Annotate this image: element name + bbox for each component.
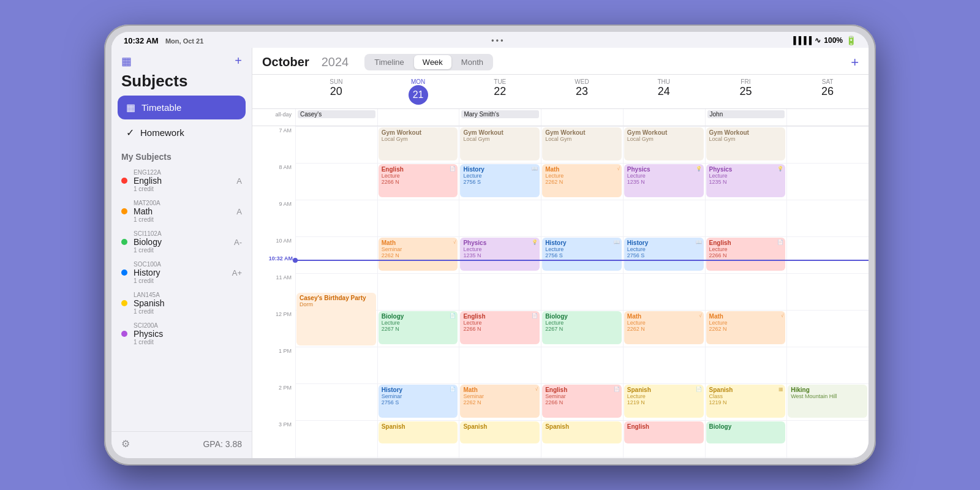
- spanish-name: Spanish: [134, 298, 242, 308]
- subject-item-physics[interactable]: SCI200A Physics 1 credit: [111, 318, 252, 349]
- event-block[interactable]: Gym WorkoutLocal Gym: [379, 127, 458, 160]
- event-block[interactable]: Casey's Birthday PartyDorm: [296, 293, 376, 345]
- english-name: English: [134, 176, 236, 186]
- event-block[interactable]: HistoryLecture2756 S📖: [624, 238, 704, 271]
- view-week-button[interactable]: Week: [414, 55, 451, 69]
- time-cell-2-7: [786, 200, 869, 236]
- subject-item-biology[interactable]: SCI1102A Biology 1 credit A-: [111, 227, 252, 257]
- time-cell-5-7: [786, 310, 869, 347]
- event-block[interactable]: MathLecture2262 N√: [706, 311, 786, 344]
- time-label-4: 11 AM: [252, 273, 295, 310]
- event-block[interactable]: Gym WorkoutLocal Gym: [706, 127, 786, 160]
- event-block[interactable]: MathSeminar2262 N√: [379, 238, 458, 271]
- subject-item-english[interactable]: ENG122A English 1 credit A: [111, 165, 252, 196]
- time-cell-0-7: [786, 126, 869, 163]
- event-block[interactable]: HistoryLecture2756 S📖: [460, 164, 540, 197]
- time-cell-2-5: [623, 200, 705, 236]
- top-dots: • • •: [491, 36, 503, 45]
- time-cell-3-1: [295, 236, 377, 273]
- subject-item-math[interactable]: MAT200A Math 1 credit A: [111, 196, 252, 227]
- allday-sun: Casey's: [295, 109, 377, 126]
- time-cell-6-5: [623, 347, 705, 383]
- time-cell-9-3: [459, 457, 541, 458]
- allday-label: all-day: [252, 109, 295, 126]
- time-cell-6-3: [459, 347, 541, 383]
- today-number: 21: [409, 85, 428, 105]
- event-block[interactable]: English: [624, 421, 704, 443]
- settings-icon[interactable]: ⚙: [121, 438, 130, 450]
- math-grade: A: [236, 207, 242, 216]
- calendar-area: October 2024 Timeline Week Month + SUN 2…: [252, 48, 869, 458]
- status-date: Mon, Oct 21: [165, 37, 203, 45]
- allday-mon: [377, 109, 459, 126]
- allday-row: all-day Casey's Mary Smith's John: [252, 109, 869, 126]
- biology-name: Biology: [134, 237, 234, 247]
- sidebar: ▦ + Subjects ▦ Timetable ✓ Homework My S…: [111, 48, 252, 458]
- time-cell-6-6: [705, 347, 787, 383]
- allday-tue: Mary Smith's: [459, 109, 541, 126]
- event-block[interactable]: HistoryLecture2756 S📖: [542, 238, 622, 271]
- history-code: SOC100A: [134, 261, 232, 268]
- status-right: ▐▐▐▐ ∿ 100% 🔋: [791, 36, 856, 45]
- sidebar-item-homework[interactable]: ✓ Homework: [118, 121, 246, 145]
- calendar-grid[interactable]: 7 AM8 AM9 AM10 AM11 AM12 PM1 PM2 PM3 PMG…: [252, 126, 869, 458]
- signal-icon: ▐▐▐▐: [791, 36, 812, 45]
- marysmith-event[interactable]: Mary Smith's: [461, 110, 539, 118]
- event-block[interactable]: SpanishLecture1219 N📄: [624, 385, 704, 418]
- allday-thu: [623, 109, 705, 126]
- time-cell-4-2: [377, 273, 459, 310]
- view-month-button[interactable]: Month: [453, 55, 492, 69]
- sidebar-toggle-icon[interactable]: ▦: [121, 55, 132, 68]
- event-block[interactable]: HistorySeminar2756 S📄: [379, 385, 458, 418]
- event-block[interactable]: PhysicsLecture1235 N💡: [624, 164, 704, 197]
- event-block[interactable]: MathSeminar2262 N√: [460, 385, 540, 418]
- timetable-label: Timetable: [141, 102, 181, 113]
- physics-code: SCI200A: [134, 322, 242, 329]
- english-credit: 1 credit: [134, 186, 236, 192]
- subject-item-history[interactable]: SOC100A History 1 credit A+: [111, 257, 252, 288]
- event-block[interactable]: SpanishClass1219 N▦: [706, 385, 786, 418]
- event-block[interactable]: PhysicsLecture1235 N💡: [460, 238, 540, 271]
- event-block[interactable]: MathLecture2262 N√: [624, 311, 704, 344]
- event-block[interactable]: Gym WorkoutLocal Gym: [624, 127, 704, 160]
- cal-add-button[interactable]: +: [851, 55, 859, 70]
- event-block[interactable]: EnglishLecture2266 N📄: [706, 238, 786, 271]
- time-cell-8-1: [295, 420, 377, 457]
- math-code: MAT200A: [134, 200, 236, 206]
- history-name: History: [134, 268, 232, 277]
- allday-fri: John: [705, 109, 787, 126]
- caseys-event[interactable]: Casey's: [298, 110, 375, 118]
- event-block[interactable]: Spanish: [460, 421, 540, 443]
- day-header-sat: SAT 26: [786, 75, 869, 108]
- event-block[interactable]: Biology: [706, 421, 786, 443]
- time-cell-4-4: [541, 273, 623, 310]
- event-block[interactable]: Spanish: [379, 421, 458, 443]
- john-event[interactable]: John: [707, 110, 785, 118]
- event-block[interactable]: Spanish: [542, 421, 622, 443]
- event-block[interactable]: BiologyLecture2267 N📄: [379, 311, 458, 344]
- day-header-mon: MON 21: [377, 75, 459, 108]
- event-block[interactable]: Gym WorkoutLocal Gym: [460, 127, 540, 160]
- cal-year: 2024: [322, 55, 349, 69]
- event-block[interactable]: EnglishSeminar2266 N📄: [542, 385, 622, 418]
- sidebar-title: Subjects: [111, 72, 252, 96]
- event-block[interactable]: BiologyLecture2267 N: [542, 311, 622, 344]
- time-cell-9-2: [377, 457, 459, 458]
- subject-item-spanish[interactable]: LAN145A Spanish 1 credit: [111, 288, 252, 318]
- event-block[interactable]: EnglishLecture2266 N📄: [460, 311, 540, 344]
- time-cell-9-5: [623, 457, 705, 458]
- sidebar-add-button[interactable]: +: [235, 54, 242, 68]
- view-timeline-button[interactable]: Timeline: [366, 55, 413, 69]
- time-cell-6-1: [295, 347, 377, 383]
- sidebar-item-timetable[interactable]: ▦ Timetable: [118, 96, 246, 119]
- event-block[interactable]: Gym WorkoutLocal Gym: [542, 127, 622, 160]
- cal-month: October: [262, 55, 309, 69]
- english-code: ENG122A: [134, 169, 236, 176]
- event-block[interactable]: HikingWest Mountain Hill: [788, 385, 867, 418]
- event-block[interactable]: PhysicsLecture1235 N💡: [706, 164, 786, 197]
- event-block[interactable]: EnglishLecture2266 N📄: [379, 164, 458, 197]
- status-left: 10:32 AM Mon, Oct 21: [124, 36, 203, 45]
- event-block[interactable]: MathLecture2262 N√: [542, 164, 622, 197]
- time-cell-6-2: [377, 347, 459, 383]
- math-dot: [121, 208, 127, 214]
